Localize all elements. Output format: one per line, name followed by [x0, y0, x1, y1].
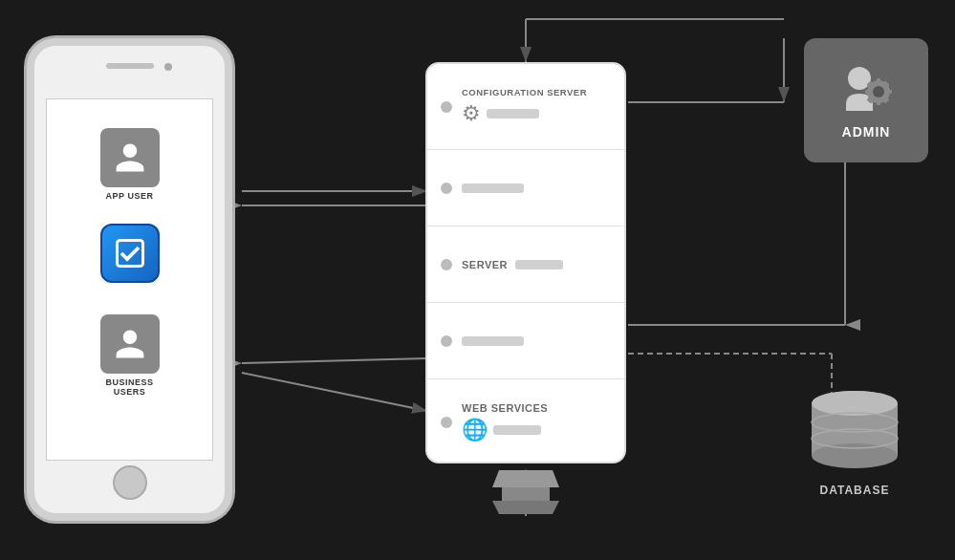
config-server-row: CONFIGURATION SERVER ⚙ — [427, 64, 624, 150]
row4 — [427, 303, 624, 379]
row2-bar — [462, 183, 524, 193]
database-label: DATABASE — [820, 484, 890, 497]
business-users-icon-box — [100, 314, 160, 374]
row4-content — [462, 336, 611, 346]
svg-line-9 — [242, 373, 427, 411]
phone-home-button[interactable] — [113, 465, 147, 500]
business-users-label: BUSINESSUSERS — [105, 377, 153, 397]
config-server-panel: CONFIGURATION SERVER ⚙ SERVER — [425, 62, 626, 463]
row2-dot — [441, 183, 452, 194]
database-box: DATABASE — [792, 378, 917, 503]
phone-camera — [164, 63, 172, 71]
phone: APP USER BUSINESSUSERS — [27, 38, 232, 521]
gear-icon: ⚙ — [462, 101, 481, 126]
svg-line-10 — [242, 358, 427, 363]
business-user-icon — [113, 327, 147, 361]
svg-rect-20 — [877, 78, 880, 84]
diagram-container: APP USER BUSINESSUSERS — [0, 0, 955, 560]
checkbox-icon — [113, 236, 147, 270]
network-stand — [492, 470, 559, 514]
app-icon-box — [100, 224, 160, 283]
row1-dot — [441, 101, 452, 113]
admin-icon — [833, 61, 900, 118]
server-row: SERVER — [427, 226, 624, 303]
svg-point-17 — [848, 67, 871, 90]
svg-rect-16 — [117, 241, 142, 267]
phone-screen: APP USER BUSINESSUSERS — [46, 98, 213, 461]
phone-speaker — [106, 63, 154, 69]
svg-point-19 — [873, 86, 884, 97]
svg-point-31 — [812, 391, 898, 416]
globe-icon: 🌐 — [462, 418, 488, 442]
app-user-label: APP USER — [106, 191, 154, 201]
svg-point-30 — [812, 443, 898, 468]
server-content: SERVER — [462, 259, 611, 270]
business-users-item: BUSINESSUSERS — [100, 314, 160, 397]
row4-dot — [441, 335, 452, 347]
stand-top — [492, 470, 559, 487]
stand-mid — [502, 487, 550, 501]
row5-dot — [441, 417, 452, 428]
user-icon — [113, 140, 147, 175]
web-services-row: WEB SERVICES 🌐 — [427, 379, 624, 463]
app-icon-item — [100, 224, 160, 283]
server-bar — [515, 260, 563, 269]
web-services-content: WEB SERVICES 🌐 — [462, 402, 611, 442]
row4-bar — [462, 336, 524, 346]
database-icon — [802, 384, 907, 480]
config-server-title: CONFIGURATION SERVER — [462, 87, 611, 97]
app-user-item: APP USER — [100, 128, 160, 201]
app-user-icon-box — [100, 128, 160, 187]
svg-rect-22 — [865, 90, 871, 94]
stand-bot — [492, 501, 559, 514]
server-label: SERVER — [462, 259, 508, 270]
svg-rect-23 — [886, 90, 892, 94]
web-services-bar — [493, 425, 541, 435]
admin-box: ADMIN — [804, 38, 928, 162]
row3-dot — [441, 259, 452, 270]
config-bar — [487, 109, 539, 118]
web-services-label: WEB SERVICES — [462, 402, 611, 414]
admin-label: ADMIN — [842, 124, 891, 140]
row2 — [427, 150, 624, 226]
config-server-content: ⚙ — [462, 101, 611, 126]
svg-rect-21 — [877, 99, 880, 105]
web-services-icon-row: 🌐 — [462, 418, 611, 442]
row2-content — [462, 183, 611, 193]
